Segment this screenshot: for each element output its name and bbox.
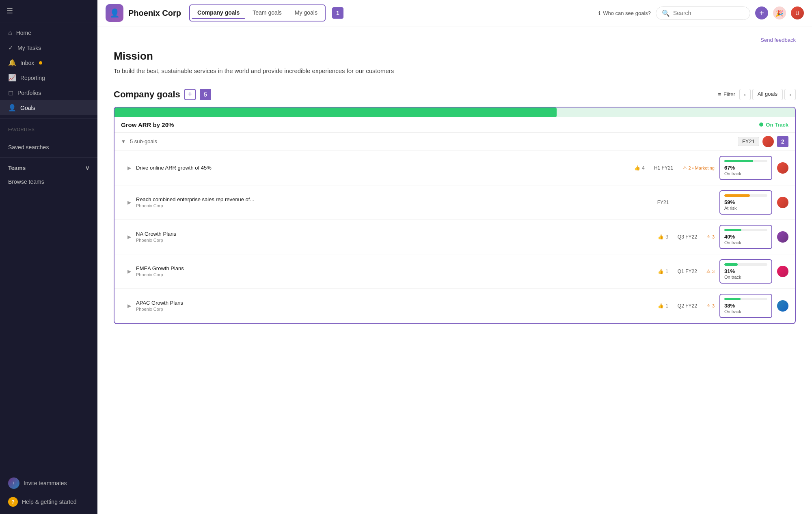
mini-bar-3	[724, 263, 767, 266]
sub-goal-sub-3: Phoenix Corp	[136, 272, 653, 277]
sub-goal-name-3: EMEA Growth Plans	[136, 265, 653, 271]
mission-text: To build the best, sustainable services …	[114, 67, 796, 76]
favorites-section-label: Favorites	[0, 122, 97, 133]
saved-searches-label: Saved searches	[8, 144, 49, 151]
sub-goal-period-3: Q1 FY22	[673, 269, 702, 274]
sub-goal-avatar-3	[777, 266, 788, 277]
goals-icon: 👤	[8, 104, 16, 112]
goals-right-controls: ≡ Filter ‹ All goals ›	[718, 89, 796, 100]
sub-goal-avatar-1	[777, 197, 788, 208]
browse-teams-label: Browse teams	[8, 179, 44, 185]
mini-bar-2	[724, 229, 767, 231]
sub-goals-header-row: ▼ 5 sub-goals FY21 2	[114, 133, 795, 151]
mini-bar-1	[724, 194, 767, 197]
assignee-avatar	[762, 136, 774, 147]
sidebar-item-reporting[interactable]: 📈 Reporting	[0, 70, 97, 85]
info-icon: ℹ	[598, 10, 600, 16]
expand-icon-2[interactable]: ▶	[127, 234, 131, 240]
home-icon: ⌂	[8, 29, 12, 37]
notification-icon[interactable]: 🎉	[773, 6, 786, 19]
like-icon-0: 👍	[634, 165, 640, 171]
sub-goal-progress-3: 31% On track	[719, 259, 772, 284]
sub-goal-like-2: 👍 3	[658, 234, 668, 240]
sidebar-item-inbox[interactable]: 🔔 Inbox	[0, 55, 97, 70]
warning-icon-4: ⚠	[706, 303, 710, 308]
sub-goal-item-2: ▶ NA Growth Plans Phoenix Corp 👍 3 Q3 FY…	[114, 220, 795, 254]
expand-icon-3[interactable]: ▶	[127, 269, 131, 274]
content-area: Send feedback Mission To build the best,…	[97, 26, 812, 514]
sub-goal-name-4: APAC Growth Plans	[136, 300, 653, 306]
tab-company-goals[interactable]: Company goals	[192, 7, 245, 19]
sub-goal-status-4: On track	[724, 309, 767, 314]
search-box[interactable]: 🔍	[656, 6, 750, 20]
like-icon-2: 👍	[658, 234, 664, 240]
warning-count-0: 2 • Marketing	[689, 166, 715, 170]
filter-button[interactable]: ≡ Filter	[718, 91, 735, 97]
expand-icon-0[interactable]: ▶	[127, 165, 131, 171]
portfolios-icon: ◻	[8, 89, 13, 97]
sub-goal-period-0: H1 FY21	[650, 165, 678, 171]
like-count-0: 4	[642, 165, 645, 171]
prev-arrow-button[interactable]: ‹	[739, 89, 751, 100]
sidebar-header: ☰	[0, 0, 97, 22]
expand-icon-4[interactable]: ▶	[127, 303, 131, 309]
sub-goal-info-1: Reach combined enterprise sales rep reve…	[136, 196, 639, 208]
badge-2: 2	[777, 136, 788, 147]
tab-team-goals[interactable]: Team goals	[247, 7, 287, 19]
like-count-4: 1	[665, 303, 668, 309]
send-feedback-anchor[interactable]: Send feedback	[760, 37, 796, 43]
sub-goal-warning-3: ⚠ 3	[706, 269, 715, 274]
sidebar-item-portfolios[interactable]: ◻ Portfolios	[0, 85, 97, 100]
reporting-icon: 📈	[8, 74, 16, 82]
sidebar: ☰ ⌂ Home ✓ My Tasks 🔔 Inbox 📈 Reporting …	[0, 0, 97, 514]
sidebar-item-my-tasks[interactable]: ✓ My Tasks	[0, 40, 97, 55]
mini-bar-4	[724, 298, 767, 300]
sub-goal-warning-2: ⚠ 3	[706, 234, 715, 239]
next-arrow-button[interactable]: ›	[784, 89, 796, 100]
help-button[interactable]: ? Help & getting started	[0, 493, 97, 511]
search-input[interactable]	[673, 10, 744, 16]
header: 👤 Phoenix Corp Company goals Team goals …	[97, 0, 812, 26]
sidebar-item-home[interactable]: ⌂ Home	[0, 26, 97, 40]
warning-icon-0: ⚠	[683, 165, 687, 170]
mini-fill-2	[724, 229, 741, 231]
on-track-badge: On Track	[759, 122, 788, 128]
sub-goal-period-1: FY21	[649, 200, 677, 205]
sub-goal-info-2: NA Growth Plans Phoenix Corp	[136, 231, 653, 243]
sub-goal-percent-3: 31%	[724, 268, 735, 274]
sub-goal-like-4: 👍 1	[658, 303, 668, 309]
sidebar-item-browse-teams[interactable]: Browse teams	[0, 175, 97, 189]
fy-badge: FY21	[738, 137, 759, 146]
sub-goal-avatar-0	[777, 162, 788, 174]
sidebar-item-saved-searches[interactable]: Saved searches	[0, 140, 97, 154]
collapse-button[interactable]: ☰	[6, 6, 13, 15]
sub-goal-item-3: ▶ EMEA Growth Plans Phoenix Corp 👍 1 Q1 …	[114, 254, 795, 289]
expand-icon-1[interactable]: ▶	[127, 200, 131, 205]
sub-goal-percent-1: 59%	[724, 199, 735, 205]
tab-my-goals[interactable]: My goals	[289, 7, 323, 19]
warning-count-2: 3	[712, 234, 715, 239]
sidebar-item-label: Home	[16, 30, 31, 36]
add-goal-button[interactable]: +	[755, 6, 768, 19]
expand-arrow-icon[interactable]: ▼	[121, 139, 126, 144]
warning-icon-3: ⚠	[706, 269, 710, 274]
sidebar-item-teams[interactable]: Teams ∨	[0, 161, 97, 175]
sidebar-item-goals[interactable]: 👤 Goals	[0, 100, 97, 115]
sub-goals-right-controls: FY21 2	[738, 136, 788, 147]
sub-goal-item-1: ▶ Reach combined enterprise sales rep re…	[114, 185, 795, 220]
who-can-see-button[interactable]: ℹ Who can see goals?	[598, 10, 651, 16]
sub-goal-name-0: Drive online ARR growth of 45%	[136, 165, 629, 171]
like-count-3: 1	[665, 269, 668, 274]
help-icon: ?	[8, 497, 18, 507]
sub-goal-warning-4: ⚠ 3	[706, 303, 715, 308]
sub-goal-sub-4: Phoenix Corp	[136, 307, 653, 312]
sub-goal-status-3: On track	[724, 275, 767, 280]
goals-section-title: Company goals	[114, 89, 180, 100]
all-goals-button[interactable]: All goals	[752, 89, 783, 100]
main-progress-bar	[114, 108, 795, 117]
user-avatar[interactable]: U	[791, 6, 804, 19]
sidebar-item-label: Inbox	[20, 60, 34, 66]
invite-teammates-button[interactable]: + Invite teammates	[0, 473, 97, 493]
add-company-goal-button[interactable]: +	[184, 89, 196, 100]
sub-goal-percent-0: 67%	[724, 165, 735, 171]
